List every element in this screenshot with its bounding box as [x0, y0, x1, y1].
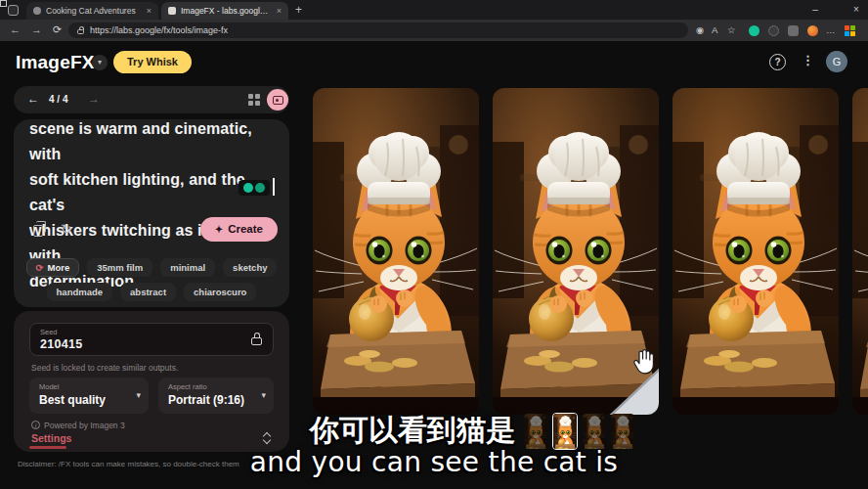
- chevron-down-icon: ▾: [136, 390, 141, 400]
- seed-value: 210415: [40, 337, 83, 351]
- toolbar-overflow-icon[interactable]: …: [826, 24, 836, 35]
- model-select[interactable]: Model Best quality ▾: [29, 378, 149, 414]
- address-bar[interactable]: https://labs.google/fx/tools/image-fx: [68, 22, 688, 38]
- copy-prompt-icon[interactable]: [33, 225, 43, 237]
- seed-label: Seed: [40, 328, 58, 336]
- regenerate-icon[interactable]: ↻: [61, 221, 72, 237]
- browser-back-icon[interactable]: ←: [10, 23, 21, 35]
- tab-title: ImageFX - labs.google/fx: [181, 6, 272, 16]
- menu-kebab-icon[interactable]: ⋮: [802, 53, 814, 67]
- create-button[interactable]: ✦Create: [200, 217, 278, 242]
- seed-lock-icon[interactable]: [251, 337, 262, 345]
- grid-view-icon[interactable]: [248, 94, 260, 106]
- prompt-card[interactable]: scene is warm and cinematic, with soft k…: [14, 119, 289, 307]
- url-text: https://labs.google/fx/tools/image-fx: [90, 25, 228, 35]
- extensions-puzzle-icon[interactable]: [788, 25, 799, 36]
- generation-nav-card: ← 4 / 4 →: [14, 86, 289, 113]
- imagefx-app: ImageFX ▾ Try Whisk ? ⋮ G ← 4 / 4 → scen…: [0, 41, 868, 489]
- tab-favicon: [168, 7, 176, 15]
- style-chip[interactable]: minimal: [160, 258, 215, 277]
- style-chip[interactable]: chiaroscuro: [184, 283, 256, 301]
- profile-avatar-icon[interactable]: [807, 25, 818, 36]
- style-chip[interactable]: abstract: [120, 283, 176, 301]
- account-avatar[interactable]: G: [826, 51, 847, 72]
- try-whisk-button[interactable]: Try Whisk: [113, 51, 192, 73]
- seed-helper-text: Seed is locked to create similar outputs…: [31, 363, 178, 373]
- thumbnail-3[interactable]: [583, 414, 606, 449]
- prev-generation-icon[interactable]: ←: [27, 92, 39, 106]
- generation-counter: 4 / 4: [49, 94, 67, 105]
- tab-close-icon[interactable]: ×: [147, 6, 152, 16]
- style-chip[interactable]: handmade: [47, 283, 113, 301]
- screen: Cooking Cat Adventures × ImageFX - labs.…: [0, 0, 868, 489]
- style-chip[interactable]: sketchy: [223, 258, 277, 277]
- media-control-icon[interactable]: ◉: [696, 24, 704, 35]
- thumbnail-1[interactable]: [524, 414, 547, 449]
- more-chip[interactable]: ⟳More: [26, 258, 80, 277]
- browser-tab-cooking-cat[interactable]: Cooking Cat Adventures ×: [26, 2, 158, 20]
- browser-tab-strip: Cooking Cat Adventures × ImageFX - labs.…: [0, 0, 868, 20]
- browser-forward-icon[interactable]: →: [31, 23, 42, 35]
- generated-image-4-partial[interactable]: [852, 88, 868, 415]
- refresh-icon: ⟳: [36, 262, 44, 273]
- text-cursor: [273, 178, 275, 196]
- browser-tab-imagefx[interactable]: ImageFX - labs.google/fx ×: [161, 2, 288, 20]
- browser-menu-icon[interactable]: [8, 5, 19, 16]
- grammarly-badge-icon[interactable]: [239, 180, 270, 196]
- page-title: ImageFX: [16, 52, 95, 73]
- read-aloud-icon[interactable]: A: [712, 24, 717, 35]
- chevron-down-icon: ▾: [261, 390, 266, 400]
- thumbnail-2-selected[interactable]: [552, 413, 578, 450]
- generated-image-1[interactable]: [313, 88, 479, 415]
- next-generation-icon[interactable]: →: [88, 92, 100, 106]
- browser-toolbar: ← → ⟳ https://labs.google/fx/tools/image…: [0, 20, 868, 41]
- seed-input[interactable]: Seed 210415: [29, 323, 274, 356]
- bookmark-star-icon[interactable]: ☆: [727, 24, 736, 35]
- knife-overlay: [575, 235, 659, 415]
- tab-favicon: [33, 7, 41, 15]
- extension-icon[interactable]: [768, 25, 779, 36]
- lock-icon: [77, 29, 84, 35]
- app-switcher-chevron-icon[interactable]: ▾: [92, 55, 108, 70]
- window-maximize-button[interactable]: [0, 0, 7, 7]
- style-chip[interactable]: 35mm film: [87, 258, 152, 277]
- aspect-ratio-select[interactable]: Aspect ratio Portrait (9:16) ▾: [158, 378, 274, 414]
- microsoft-apps-icon[interactable]: [845, 25, 855, 36]
- generated-image-3[interactable]: [673, 88, 839, 415]
- help-icon[interactable]: ?: [769, 54, 786, 70]
- tab-close-icon[interactable]: ×: [277, 6, 282, 16]
- tab-title: Cooking Cat Adventures: [46, 6, 142, 16]
- sparkle-icon: ✦: [215, 224, 223, 235]
- grammarly-extension-icon[interactable]: [749, 25, 760, 36]
- subtitle-english: and you can see the cat is: [0, 446, 868, 478]
- window-minimize-button[interactable]: –: [805, 4, 825, 15]
- thumbnail-strip: [524, 413, 634, 450]
- new-tab-button[interactable]: +: [295, 3, 302, 17]
- window-close-button[interactable]: ×: [846, 4, 866, 15]
- subtitle-chinese: 你可以看到猫是: [0, 411, 825, 451]
- browser-refresh-icon[interactable]: ⟳: [53, 23, 62, 36]
- image-mode-icon[interactable]: [267, 89, 288, 111]
- hand-cursor-icon: [631, 348, 657, 376]
- thumbnail-4[interactable]: [611, 414, 634, 449]
